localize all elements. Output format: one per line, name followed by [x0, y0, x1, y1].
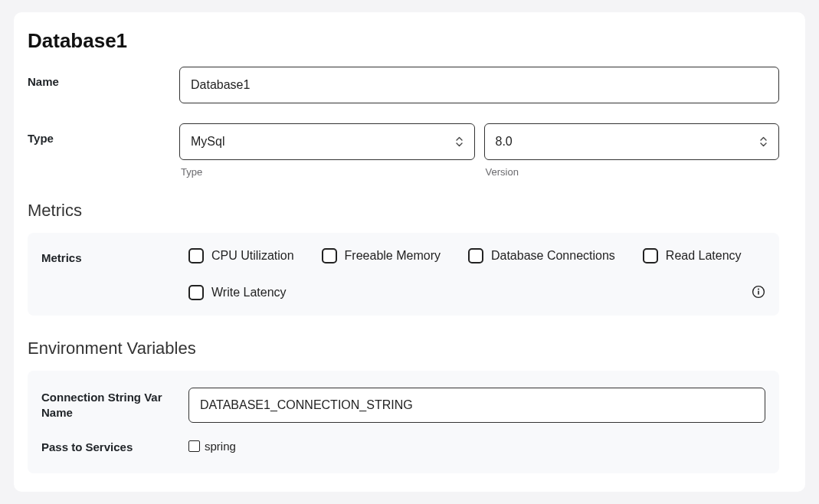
- service-checkbox-spring[interactable]: spring: [188, 440, 236, 453]
- type-sublabel: Type: [179, 166, 475, 178]
- version-sublabel: Version: [484, 166, 780, 178]
- metric-label: Write Latency: [211, 286, 287, 299]
- chevron-up-down-icon: [455, 136, 464, 148]
- checkbox-icon: [322, 248, 337, 263]
- connection-string-input[interactable]: [188, 388, 765, 423]
- env-box: Connection String Var Name Pass to Servi…: [28, 371, 779, 473]
- name-label: Name: [28, 67, 179, 88]
- metrics-box: Metrics CPU Utilization Freeable Memory …: [28, 233, 779, 316]
- metrics-label: Metrics: [41, 248, 188, 264]
- database-editor-panel[interactable]: Database1 Name Type MySql: [14, 12, 805, 492]
- checkbox-icon: [468, 248, 483, 263]
- version-select-value: 8.0: [496, 135, 513, 149]
- env-section-title: Environment Variables: [28, 339, 779, 358]
- name-input[interactable]: [179, 67, 779, 103]
- page-background: Database1 Name Type MySql: [0, 0, 819, 504]
- metric-label: CPU Utilization: [211, 249, 294, 263]
- metric-checkbox-write-latency[interactable]: Write Latency: [188, 285, 287, 300]
- pass-to-services-label: Pass to Services: [41, 440, 188, 455]
- svg-point-1: [758, 289, 759, 290]
- chevron-up-down-icon: [759, 136, 768, 148]
- connection-string-label: Connection String Var Name: [41, 390, 188, 421]
- checkbox-icon: [188, 285, 204, 300]
- metrics-checkbox-group: CPU Utilization Freeable Memory Database…: [188, 248, 765, 300]
- metric-checkbox-memory[interactable]: Freeable Memory: [322, 248, 441, 263]
- svg-rect-2: [758, 291, 759, 295]
- service-label: spring: [205, 440, 236, 453]
- type-row: Type MySql Type: [28, 123, 779, 178]
- metrics-section-title: Metrics: [28, 201, 779, 221]
- page-title: Database1: [28, 29, 779, 53]
- metric-checkbox-connections[interactable]: Database Connections: [468, 248, 615, 263]
- spacer: [28, 473, 779, 492]
- type-select-value: MySql: [191, 135, 224, 149]
- type-select[interactable]: MySql: [179, 123, 475, 160]
- metric-checkbox-cpu[interactable]: CPU Utilization: [188, 248, 294, 263]
- type-label: Type: [28, 123, 179, 145]
- checkbox-icon: [188, 440, 200, 452]
- checkbox-icon: [643, 248, 658, 263]
- metric-label: Database Connections: [491, 249, 615, 263]
- checkbox-icon: [188, 248, 204, 263]
- name-row: Name: [28, 67, 779, 103]
- metric-label: Read Latency: [666, 249, 742, 263]
- metric-label: Freeable Memory: [345, 249, 441, 263]
- metric-checkbox-read-latency[interactable]: Read Latency: [643, 248, 742, 263]
- info-icon[interactable]: [752, 285, 765, 302]
- version-select[interactable]: 8.0: [484, 123, 780, 160]
